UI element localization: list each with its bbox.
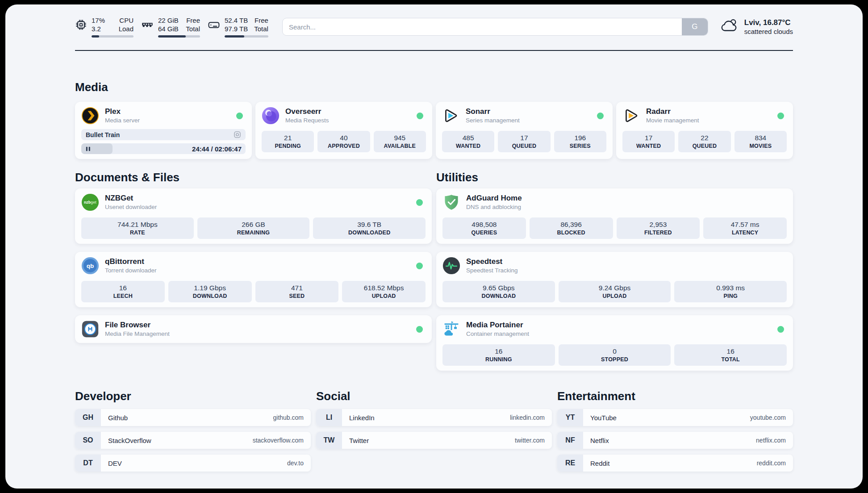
stat-label: PING	[723, 292, 737, 300]
bookmark-url: linkedin.com	[510, 414, 545, 421]
stat-tile: 2,953 FILTERED	[617, 217, 700, 239]
bookmark-youtube[interactable]: YT YouTube youtube.com	[557, 409, 793, 426]
card-title: Plex	[105, 107, 140, 116]
card-nzbget[interactable]: nzbget NZBGet Usenet downloader 744.21 M…	[75, 188, 432, 244]
stat-tile: 834 MOVIES	[734, 131, 787, 152]
search-input[interactable]	[282, 18, 708, 36]
bookmark-linkedin[interactable]: LI LinkedIn linkedin.com	[316, 409, 552, 426]
stat-value: 744.21 Mbps	[117, 220, 158, 229]
section-title-social: Social	[316, 389, 552, 403]
stat-value: 16	[119, 284, 127, 292]
disk-free-value: 52.4 TB	[225, 16, 248, 25]
stat-value: 266 GB	[242, 220, 265, 229]
bookmark-twitter[interactable]: TW Twitter twitter.com	[316, 432, 552, 449]
stat-label: RATE	[130, 229, 145, 237]
filebrowser-icon	[81, 320, 99, 338]
card-title: NZBGet	[105, 194, 157, 203]
card-speedtest[interactable]: Speedtest Speedtest Tracking 9.65 Gbps D…	[436, 252, 793, 307]
card-radarr[interactable]: Radarr Movie management 17 WANTED 22 QUE…	[616, 102, 793, 159]
stat-label: WANTED	[636, 142, 661, 150]
stat-tile: 16 TOTAL	[674, 344, 787, 366]
nzbget-icon: nzbget	[81, 193, 99, 211]
stat-label: QUEUED	[693, 142, 717, 150]
card-filebrowser[interactable]: File Browser Media File Management	[75, 315, 432, 343]
stat-tile: 9.24 Gbps UPLOAD	[559, 281, 671, 302]
bookmark-name: Reddit	[590, 460, 609, 467]
speedtest-icon	[442, 257, 460, 275]
stat-tile: 196 SERIES	[554, 131, 606, 152]
bookmark-stackoverflow[interactable]: SO StackOverflow stackoverflow.com	[75, 432, 311, 449]
stat-tile: 22 QUEUED	[678, 131, 730, 152]
disk-icon	[208, 19, 220, 31]
stat-tile: 1.19 Gbps DOWNLOAD	[168, 281, 252, 302]
bookmark-url: stackoverflow.com	[253, 437, 304, 444]
card-plex[interactable]: Plex Media server Bullet Train	[75, 102, 252, 159]
stat-label: DOWNLOADED	[348, 229, 390, 237]
stat-value: 618.52 Mbps	[364, 284, 404, 292]
stat-value: 1.19 Gbps	[194, 284, 226, 292]
memory-free-label: Free	[185, 16, 200, 25]
stat-value: 498,508	[472, 220, 497, 229]
disk-free-label: Free	[254, 16, 268, 25]
card-qbittorrent[interactable]: qb qBittorrent Torrent downloader 16 LEE…	[75, 252, 432, 307]
playback-time: 24:44 / 02:06:47	[192, 145, 242, 153]
bookmark-name: Github	[108, 414, 128, 422]
bookmark-netflix[interactable]: NF Netflix netflix.com	[557, 432, 793, 449]
svg-text:nzbget: nzbget	[84, 200, 96, 205]
memory-free-value: 22 GiB	[158, 16, 179, 25]
stat-tile: 16 LEECH	[81, 281, 165, 302]
stat-value: 17	[645, 134, 652, 142]
stat-tile: 47.57 ms LATENCY	[703, 217, 787, 239]
disk-total-label: Total	[254, 25, 268, 33]
status-dot	[417, 113, 423, 119]
stat-label: WANTED	[456, 142, 480, 150]
stat-value: 834	[755, 134, 766, 142]
stat-tile: 0.993 ms PING	[674, 281, 787, 302]
status-dot	[597, 113, 604, 119]
radarr-icon	[622, 107, 640, 125]
card-sonarr[interactable]: Sonarr Series management 485 WANTED 17 Q…	[436, 102, 613, 159]
stat-label: LEECH	[113, 292, 133, 300]
disk-widget: 52.4 TB Free 97.9 TB Total	[208, 16, 268, 38]
section-title-media: Media	[75, 80, 793, 94]
stat-value: 16	[727, 347, 734, 355]
bookmark-abbr: TW	[316, 432, 342, 449]
bookmark-reddit[interactable]: RE Reddit reddit.com	[557, 455, 793, 472]
stat-value: 0.993 ms	[716, 284, 745, 292]
stat-label: LATENCY	[732, 229, 759, 237]
status-dot	[777, 113, 784, 119]
card-portainer[interactable]: Media Portainer Container management 16 …	[436, 315, 793, 371]
media-detail-icon	[234, 131, 241, 138]
playback-progress-row: 24:44 / 02:06:47	[81, 143, 246, 154]
stat-label: PENDING	[275, 142, 300, 150]
card-subtitle: Media File Management	[105, 330, 170, 338]
search-engine-button[interactable]: G	[682, 18, 708, 35]
stat-label: AVAILABLE	[384, 142, 416, 150]
stat-value: 16	[495, 347, 502, 355]
card-adguard[interactable]: AdGuard Home DNS and adblocking 498,508 …	[436, 188, 793, 244]
bookmark-abbr: NF	[557, 432, 583, 449]
stat-value: 9.65 Gbps	[483, 284, 515, 292]
card-subtitle: Torrent downloader	[105, 267, 157, 274]
stat-value: 21	[284, 134, 292, 142]
weather-condition: scattered clouds	[744, 27, 793, 36]
bookmark-abbr: SO	[75, 432, 101, 449]
card-overseerr[interactable]: Overseerr Media Requests 21 PENDING 40 A…	[255, 102, 432, 159]
bookmark-github[interactable]: GH Github github.com	[75, 409, 311, 426]
stat-tile: 86,396 BLOCKED	[530, 217, 613, 239]
stat-tile: 21 PENDING	[262, 131, 314, 152]
bookmark-url: dev.to	[287, 460, 304, 467]
ram-icon	[141, 19, 154, 31]
card-title: Overseerr	[285, 107, 329, 116]
memory-widget: 22 GiB Free 64 GiB Total	[141, 16, 200, 38]
bookmark-name: LinkedIn	[349, 414, 375, 422]
now-playing-title: Bullet Train	[86, 131, 120, 138]
card-subtitle: DNS and adblocking	[466, 203, 522, 211]
bookmark-abbr: DT	[75, 455, 101, 472]
overseerr-icon	[262, 107, 280, 125]
cpu-usage-value: 17%	[92, 16, 105, 25]
stat-value: 17	[520, 134, 528, 142]
bookmark-dev[interactable]: DT DEV dev.to	[75, 455, 311, 472]
stat-label: APPROVED	[328, 142, 360, 150]
status-dot	[416, 326, 423, 333]
